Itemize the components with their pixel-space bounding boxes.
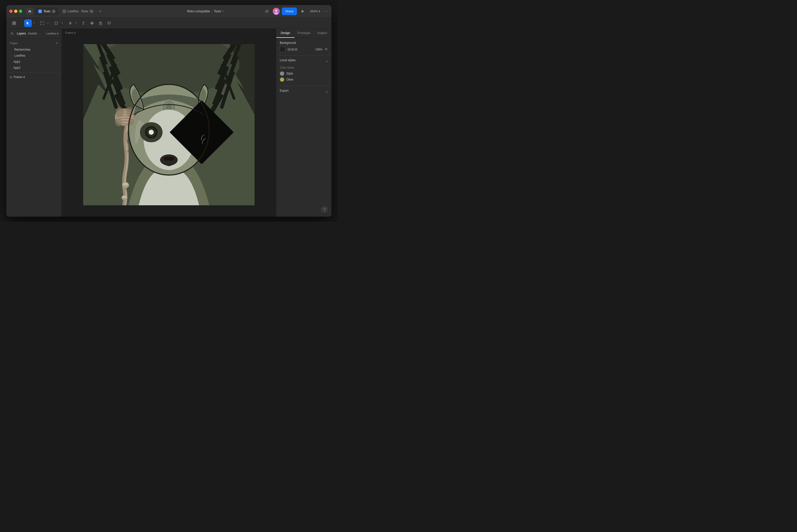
background-title: Background	[280, 41, 328, 44]
shape-tool-dropdown[interactable]: ▾	[60, 19, 63, 27]
tab-tests-close[interactable]: ×	[52, 10, 55, 13]
tab-lowres[interactable]: LowRes - Tests ×	[59, 7, 96, 15]
style-item-olive[interactable]: Olive	[280, 77, 328, 83]
svg-point-9	[11, 33, 13, 34]
shape-tool-button[interactable]	[52, 19, 60, 27]
assets-tab[interactable]: Assets	[28, 31, 37, 36]
right-panel: Design Prototype Inspect Background 1E1E…	[276, 29, 331, 216]
main-layout: Layers Assets LowRes ▾ Pages + Recherche…	[6, 29, 331, 216]
tab-tests-icon	[38, 10, 42, 13]
pages-title: Pages	[10, 41, 18, 44]
pen-tool-dropdown[interactable]: ▾	[75, 19, 78, 27]
page-recherches-label: Recherches	[14, 48, 31, 51]
window-controls	[9, 10, 22, 13]
share-button[interactable]: Share	[282, 7, 297, 15]
style-name-olive: Olive	[286, 78, 293, 81]
svg-point-41	[326, 49, 327, 50]
more-options-button[interactable]: ···	[323, 9, 329, 14]
breadcrumb-project: Rétro-compatible	[187, 10, 210, 13]
grid-tool-button[interactable]	[10, 19, 18, 27]
add-export-button[interactable]: +	[326, 90, 328, 94]
artwork-frame[interactable]	[83, 44, 255, 205]
page-item-recherches[interactable]: Recherches	[6, 46, 61, 53]
panel-tabs: Layers Assets LowRes ▾	[6, 29, 61, 39]
design-tab[interactable]: Design	[276, 29, 295, 38]
pages-header: Pages +	[6, 39, 61, 46]
toolbar: ▾ ▾ ▾ ▾	[6, 18, 331, 29]
local-styles-section: Local styles + Color styles Style Olive	[276, 55, 331, 86]
select-tool-button[interactable]	[24, 19, 32, 27]
local-styles-title: Local styles	[280, 58, 296, 62]
local-styles-header: Local styles +	[280, 58, 328, 64]
export-title: Export	[280, 89, 289, 92]
hand-tool-button[interactable]	[97, 19, 104, 27]
home-button[interactable]	[26, 8, 33, 15]
svg-rect-7	[14, 23, 16, 25]
add-tab-button[interactable]: +	[97, 8, 103, 14]
prototype-tab[interactable]: Prototype	[295, 29, 313, 38]
svg-point-1	[275, 10, 277, 12]
layer-frame4-label: Frame 4	[14, 75, 25, 79]
page-item-app2[interactable]: App2	[6, 65, 61, 71]
comment-tool-button[interactable]	[105, 19, 113, 27]
tool-group-select: ▾	[23, 19, 36, 27]
play-button[interactable]	[299, 7, 307, 15]
page-item-app1[interactable]: App1	[6, 59, 61, 65]
maximize-button[interactable]	[19, 10, 22, 13]
breadcrumb-separator: /	[211, 10, 212, 13]
tool-group-left	[9, 19, 19, 27]
color-styles-label: Color styles	[280, 66, 328, 69]
right-panel-tabs: Design Prototype Inspect	[276, 29, 331, 38]
text-tool-button[interactable]	[80, 19, 87, 27]
tab-lowres-close[interactable]: ×	[90, 10, 93, 13]
canvas-content	[65, 36, 273, 213]
help-button[interactable]: ?	[321, 206, 328, 213]
export-header: Export +	[280, 89, 328, 94]
select-tool-dropdown[interactable]: ▾	[32, 19, 35, 27]
add-page-button[interactable]: +	[56, 41, 58, 45]
component-tool-button[interactable]	[88, 19, 96, 27]
add-local-style-button[interactable]: +	[326, 59, 328, 63]
background-opacity-value: 100%	[315, 48, 322, 51]
inspect-tab[interactable]: Inspect	[313, 29, 331, 38]
close-button[interactable]	[9, 10, 13, 13]
background-section: Background 1E1E1E 100%	[276, 38, 331, 55]
search-icon[interactable]	[9, 31, 15, 36]
style-item-style[interactable]: Style	[280, 71, 328, 77]
page-app1-label: App1	[13, 60, 20, 63]
lowres-selector[interactable]: LowRes ▾	[46, 32, 58, 35]
visibility-toggle-icon[interactable]	[325, 48, 328, 51]
frame-layer-icon: ⊞	[10, 76, 12, 79]
svg-rect-37	[83, 44, 255, 205]
chevron-down-icon: ▾	[222, 10, 223, 13]
background-row: 1E1E1E 100%	[280, 46, 328, 52]
olive-color-swatch	[280, 77, 284, 82]
breadcrumb-page-selector[interactable]: Tests ▾	[214, 10, 223, 13]
tool-group-frame: ▾	[37, 19, 51, 27]
left-panel: Layers Assets LowRes ▾ Pages + Recherche…	[6, 29, 62, 216]
lowres-label: LowRes	[46, 32, 56, 35]
minimize-button[interactable]	[14, 10, 17, 13]
style-name-style: Style	[286, 72, 293, 75]
titlebar-right: Share 484% ▾ ···	[263, 7, 329, 15]
frame-tool-dropdown[interactable]: ▾	[47, 19, 50, 27]
layer-item-frame4[interactable]: ⊞ Frame 4	[6, 74, 61, 80]
breadcrumb: Rétro-compatible / Tests ▾	[149, 10, 261, 13]
tabs-area: Tests × LowRes - Tests × +	[35, 7, 147, 15]
frame-tool-button[interactable]	[38, 19, 46, 27]
page-item-lowres[interactable]: ✓ LowRes	[6, 53, 61, 59]
layers-tab[interactable]: Layers	[17, 31, 26, 36]
avatar[interactable]	[273, 8, 280, 15]
zoom-value: 484%	[310, 10, 318, 13]
tab-tests[interactable]: Tests ×	[35, 7, 58, 15]
page-app2-label: App2	[13, 66, 20, 70]
pages-divider	[6, 72, 61, 73]
headphone-icon-button[interactable]	[263, 7, 271, 15]
zoom-selector[interactable]: 484% ▾	[309, 10, 322, 13]
svg-rect-5	[14, 22, 16, 23]
page-check-icon	[10, 48, 13, 51]
background-color-swatch[interactable]	[280, 46, 285, 52]
pen-tool-button[interactable]	[67, 19, 74, 27]
tab-tests-label: Tests	[43, 10, 51, 13]
background-hex-value: 1E1E1E	[288, 48, 313, 51]
